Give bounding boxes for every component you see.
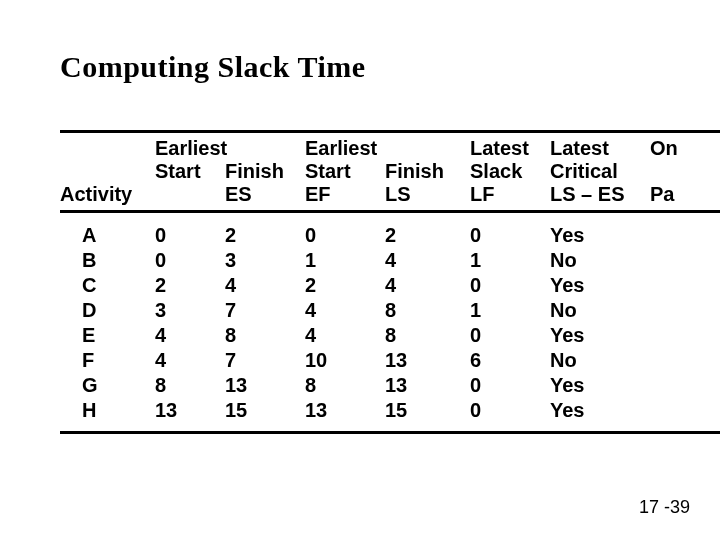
- hdr-blank: [650, 160, 690, 183]
- cell-slack: 1: [470, 298, 550, 323]
- cell-ls: 10: [305, 348, 385, 373]
- hdr-blank: [60, 160, 155, 183]
- table-row: G8138130Yes: [60, 373, 720, 398]
- cell-activity: E: [60, 323, 155, 348]
- cell-lf: 13: [385, 348, 470, 373]
- cell-ls: 13: [305, 398, 385, 423]
- hdr-latest-2: Latest: [550, 137, 650, 160]
- cell-critical: Yes: [550, 223, 650, 248]
- table-row: F4710136No: [60, 348, 720, 373]
- cell-ls: 4: [305, 323, 385, 348]
- table-rule-bottom: [60, 431, 720, 434]
- cell-critical: Yes: [550, 323, 650, 348]
- cell-lf: 4: [385, 273, 470, 298]
- table-rule-top: [60, 130, 720, 133]
- table-row: H131513150Yes: [60, 398, 720, 423]
- cell-lf: 15: [385, 398, 470, 423]
- hdr-es: ES: [225, 183, 305, 206]
- cell-es: 0: [155, 248, 225, 273]
- hdr-start-2: Start: [305, 160, 385, 183]
- table-header-line-2: Start Finish Start Finish Slack Critical: [60, 160, 720, 183]
- hdr-lf: LF: [470, 183, 550, 206]
- cell-ef: 15: [225, 398, 305, 423]
- cell-activity: D: [60, 298, 155, 323]
- cell-es: 13: [155, 398, 225, 423]
- cell-critical: Yes: [550, 373, 650, 398]
- hdr-critical: Critical: [550, 160, 650, 183]
- table-body: A02020YesB03141NoC24240YesD37481NoE48480…: [60, 223, 720, 423]
- cell-critical: No: [550, 348, 650, 373]
- cell-slack: 0: [470, 398, 550, 423]
- hdr-ef: EF: [305, 183, 385, 206]
- cell-ls: 1: [305, 248, 385, 273]
- cell-ls: 2: [305, 273, 385, 298]
- cell-ef: 4: [225, 273, 305, 298]
- cell-es: 8: [155, 373, 225, 398]
- table-header-line-3: Activity ES EF LS LF LS – ES Pa: [60, 183, 720, 206]
- page-title: Computing Slack Time: [60, 50, 366, 84]
- hdr-blank: [60, 137, 155, 160]
- cell-lf: 8: [385, 323, 470, 348]
- hdr-ls-es: LS – ES: [550, 183, 650, 206]
- cell-slack: 6: [470, 348, 550, 373]
- hdr-blank: [225, 137, 305, 160]
- cell-slack: 0: [470, 223, 550, 248]
- cell-es: 2: [155, 273, 225, 298]
- cell-activity: A: [60, 223, 155, 248]
- slack-table: Earliest Earliest Latest Latest On Start…: [60, 130, 720, 434]
- cell-ef: 8: [225, 323, 305, 348]
- cell-es: 4: [155, 323, 225, 348]
- hdr-blank: [155, 183, 225, 206]
- slide-number: 17 -39: [639, 497, 690, 518]
- cell-activity: C: [60, 273, 155, 298]
- cell-activity: G: [60, 373, 155, 398]
- cell-critical: Yes: [550, 398, 650, 423]
- table-row: D37481No: [60, 298, 720, 323]
- cell-lf: 8: [385, 298, 470, 323]
- cell-ls: 8: [305, 373, 385, 398]
- cell-ls: 4: [305, 298, 385, 323]
- cell-slack: 0: [470, 273, 550, 298]
- cell-slack: 0: [470, 373, 550, 398]
- hdr-activity: Activity: [60, 183, 155, 206]
- table-row: B03141No: [60, 248, 720, 273]
- cell-lf: 2: [385, 223, 470, 248]
- table-row: A02020Yes: [60, 223, 720, 248]
- table-header-line-1: Earliest Earliest Latest Latest On: [60, 137, 720, 160]
- hdr-earliest-1: Earliest: [155, 137, 225, 160]
- hdr-start-1: Start: [155, 160, 225, 183]
- hdr-latest-1: Latest: [470, 137, 550, 160]
- cell-activity: H: [60, 398, 155, 423]
- cell-es: 3: [155, 298, 225, 323]
- cell-ef: 7: [225, 298, 305, 323]
- hdr-blank: [385, 137, 470, 160]
- cell-ef: 13: [225, 373, 305, 398]
- cell-critical: Yes: [550, 273, 650, 298]
- cell-ls: 0: [305, 223, 385, 248]
- hdr-finish-2: Finish: [385, 160, 470, 183]
- cell-ef: 7: [225, 348, 305, 373]
- cell-slack: 1: [470, 248, 550, 273]
- cell-activity: F: [60, 348, 155, 373]
- cell-lf: 4: [385, 248, 470, 273]
- hdr-slack: Slack: [470, 160, 550, 183]
- cell-ef: 2: [225, 223, 305, 248]
- cell-slack: 0: [470, 323, 550, 348]
- cell-es: 0: [155, 223, 225, 248]
- hdr-ls: LS: [385, 183, 470, 206]
- table-row: E48480Yes: [60, 323, 720, 348]
- cell-critical: No: [550, 248, 650, 273]
- table-rule-mid: [60, 210, 720, 213]
- cell-critical: No: [550, 298, 650, 323]
- hdr-earliest-2: Earliest: [305, 137, 385, 160]
- cell-es: 4: [155, 348, 225, 373]
- hdr-finish-1: Finish: [225, 160, 305, 183]
- hdr-on: On: [650, 137, 690, 160]
- hdr-pa: Pa: [650, 183, 690, 206]
- cell-lf: 13: [385, 373, 470, 398]
- table-row: C24240Yes: [60, 273, 720, 298]
- cell-activity: B: [60, 248, 155, 273]
- cell-ef: 3: [225, 248, 305, 273]
